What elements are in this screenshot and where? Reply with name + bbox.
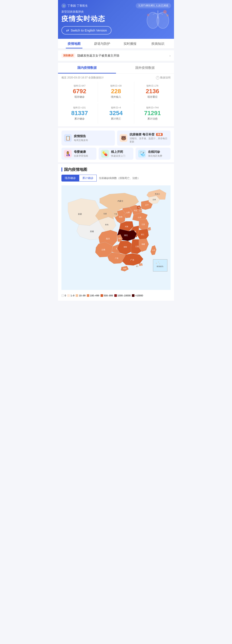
legend-item-10: 10–99: [76, 294, 85, 297]
map-legend: 0 1–9 10–99 100–499 500–999 1000–10000 >…: [61, 292, 171, 298]
news-arrow-icon: ›: [169, 54, 171, 58]
svg-text:山东: 山东: [138, 216, 141, 218]
map-filter-total[interactable]: 累计确诊: [79, 175, 97, 182]
report-icon: 📋: [64, 134, 72, 142]
logo-text: 丁香园·丁香医生: [67, 4, 88, 8]
svg-text:江苏: 江苏: [142, 224, 145, 226]
svg-text:南海诸岛: 南海诸岛: [157, 266, 163, 268]
svg-point-2: [163, 10, 167, 14]
map-filter-tabs: 现存确诊 累计确诊 当前确诊病例数（排除死亡、治愈）: [61, 175, 171, 182]
switch-icon: ⇄: [66, 28, 69, 32]
report-title: 疫情报告: [74, 134, 112, 138]
svg-point-3: [166, 14, 169, 16]
stat-total-deaths: 较昨日+4 3254 累计死亡: [98, 104, 134, 124]
svg-text:河北: 河北: [134, 210, 137, 212]
data-tabs: 国内疫情数据 国外疫情数据: [58, 63, 174, 74]
switch-language-button[interactable]: ⇄ Switch to English Version: [61, 26, 111, 34]
data-tab-overseas[interactable]: 国外疫情数据: [116, 63, 174, 74]
svg-text:河南: 河南: [125, 226, 128, 228]
maternal-icon: 🤱: [64, 150, 72, 158]
svg-text:澳门: 澳门: [136, 266, 138, 267]
svg-text:黑龙江: 黑龙江: [155, 193, 160, 195]
quick-link-consult[interactable]: 🩺 在线问诊 湖北地区免费: [136, 148, 171, 160]
legend-item-100: 100–499: [87, 294, 99, 297]
section-title: 国内疫情地图: [61, 167, 171, 172]
map-container: 新疆 西藏 青海 甘肃 宁夏 内蒙古 陕西 山西 河北: [61, 183, 171, 292]
svg-text:湖南: 湖南: [124, 246, 127, 248]
svg-text:西藏: 西藏: [90, 230, 94, 232]
stat-total-recovered: 较昨日+744 71291 累计治愈: [134, 104, 171, 124]
svg-text:青海: 青海: [105, 224, 108, 226]
quick-link-maternal[interactable]: 🤱 母婴健康 在家孕育指南: [61, 148, 96, 160]
svg-text:台湾: 台湾: [152, 250, 155, 251]
svg-text:宁夏: 宁夏: [114, 213, 117, 215]
quick-links-row-1: 📋 疫情报告 每周五晚发布 🐻 抗疫物资 每日补货 限量 消毒剂、洗手液、温度计…: [61, 130, 171, 146]
news-tag: 深刻教训: [61, 53, 75, 58]
map-filter-desc: 当前确诊病例数（排除死亡、治愈）: [99, 176, 140, 180]
svg-text:江西: 江西: [135, 246, 139, 248]
svg-text:北京: 北京: [138, 206, 140, 208]
svg-text:重庆: 重庆: [118, 238, 121, 240]
nav-tabs: 疫情地图 辟谣与防护 实时播报 疾病知识: [58, 39, 174, 49]
stats-row-1: 较昨日-647 6792 现存确诊 较昨日+39 228 境外输入 较昨日-17…: [61, 82, 171, 102]
svg-text:云南: 云南: [101, 248, 105, 251]
svg-text:广东: 广东: [130, 259, 134, 261]
supplies-badge: 限量: [156, 133, 163, 136]
supplies-sub: 消毒剂、洗手液、温度计，库存每日更新: [130, 137, 168, 143]
stat-total-confirmed: 较昨日+101 81337 累计确诊: [61, 104, 98, 124]
consult-title: 在线问诊: [148, 150, 168, 154]
legend-item-500: 500–999: [100, 294, 113, 297]
svg-point-44: [159, 264, 160, 264]
stat-imported-cases: 较昨日+39 228 境外输入: [98, 82, 134, 102]
supplies-title: 抗疫物资 每日补货 限量: [130, 133, 168, 136]
svg-text:福建: 福建: [142, 243, 145, 245]
medicine-sub: 快递送货上门: [111, 154, 131, 158]
svg-text:海南: 海南: [123, 268, 127, 270]
nav-tab-rumor[interactable]: 辟谣与防护: [88, 39, 116, 48]
maternal-title: 母婴健康: [74, 150, 94, 154]
nav-tab-live[interactable]: 实时播报: [116, 39, 144, 48]
svg-text:甘肃: 甘肃: [103, 213, 107, 215]
supplies-icon: 🐻: [120, 134, 127, 142]
medicine-title: 线上开药: [111, 150, 131, 154]
nav-tab-disease[interactable]: 疾病知识: [144, 39, 172, 48]
quick-link-report[interactable]: 📋 疫情报告 每周五晚发布: [61, 130, 115, 146]
news-banner[interactable]: 深刻教训 隐瞒发热返京女子被美雇主开除 ›: [58, 50, 174, 61]
svg-text:浙江: 浙江: [141, 234, 144, 236]
quick-link-medicine[interactable]: 💊 线上开药 快递送货上门: [99, 148, 134, 160]
lung-decoration: [144, 6, 172, 30]
header-banner: ✿ 丁香园·丁香医生 3,207,683,801 人次已浏览 新型冠状病毒肺炎 …: [58, 0, 174, 39]
nav-tab-map[interactable]: 疫情地图: [60, 39, 88, 48]
medicine-icon: 💊: [101, 150, 109, 158]
legend-item-0: 0: [61, 294, 66, 297]
quick-link-supplies[interactable]: 🐻 抗疫物资 每日补货 限量 消毒剂、洗手液、温度计，库存每日更新: [117, 130, 171, 146]
svg-text:内蒙古: 内蒙古: [118, 200, 123, 202]
consult-sub: 湖北地区免费: [148, 154, 168, 158]
consult-icon: 🩺: [138, 150, 146, 158]
stat-severe-cases: 较昨日-178 2136 现存重症: [134, 82, 171, 102]
data-explain[interactable]: ? 数据说明: [156, 76, 171, 80]
legend-item-10000: >10000: [132, 294, 143, 297]
svg-text:新疆: 新疆: [78, 213, 82, 215]
quick-links-row-2: 🤱 母婴健康 在家孕育指南 💊 线上开药 快递送货上门 🩺 在线问诊 湖北地区免…: [61, 148, 171, 160]
svg-text:广西: 广西: [115, 258, 118, 259]
report-sub: 每周五晚发布: [74, 139, 112, 142]
svg-point-42: [156, 263, 157, 264]
svg-text:香港: 香港: [139, 264, 142, 266]
svg-text:上海: 上海: [148, 228, 151, 230]
quick-links: 📋 疫情报告 每周五晚发布 🐻 抗疫物资 每日补货 限量 消毒剂、洗手液、温度计…: [58, 128, 174, 162]
stats-row-2: 较昨日+101 81337 累计确诊 较昨日+4 3254 累计死亡 较昨日+7…: [61, 104, 171, 124]
svg-text:山西: 山西: [126, 212, 130, 214]
stat-active-cases: 较昨日-647 6792 现存确诊: [61, 82, 98, 102]
data-tab-domestic[interactable]: 国内疫情数据: [58, 63, 116, 74]
svg-point-4: [147, 14, 150, 16]
legend-item-1000: 1000–10000: [114, 294, 131, 297]
svg-text:湖北: 湖北: [124, 234, 128, 236]
map-filter-active[interactable]: 现存确诊: [61, 175, 79, 182]
info-icon: ?: [156, 76, 159, 80]
map-section: 国内疫情地图 现存确诊 累计确诊 当前确诊病例数（排除死亡、治愈） 新疆 西藏 …: [58, 164, 174, 301]
title-bar: [61, 168, 62, 172]
svg-text:四川: 四川: [106, 238, 110, 240]
news-text: 隐瞒发热返京女子被美雇主开除: [77, 54, 167, 58]
svg-text:吉林: 吉林: [153, 199, 156, 200]
